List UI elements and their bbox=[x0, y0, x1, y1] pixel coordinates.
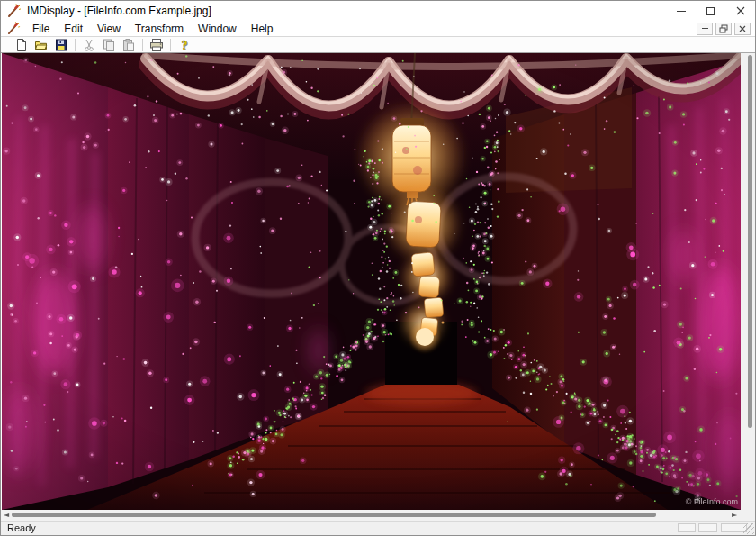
maximize-button[interactable] bbox=[696, 1, 725, 21]
paste-clipboard-icon bbox=[122, 38, 136, 52]
vertical-scrollbar-thumb[interactable] bbox=[748, 55, 752, 428]
horizontal-scrollbar-thumb[interactable] bbox=[12, 513, 656, 517]
resize-grip[interactable] bbox=[743, 523, 754, 534]
maximize-icon bbox=[706, 7, 715, 15]
mdi-restore-button[interactable] bbox=[716, 23, 732, 35]
mdi-minimize-icon bbox=[702, 28, 708, 29]
paste-button bbox=[120, 37, 138, 52]
help-button[interactable]: ? ? bbox=[176, 37, 194, 52]
menu-bar: File Edit View Transform Window Help bbox=[1, 21, 755, 36]
copy-pages-icon bbox=[102, 38, 116, 52]
minimize-icon bbox=[677, 11, 686, 12]
print-button[interactable] bbox=[148, 37, 166, 52]
mdi-close-button[interactable] bbox=[734, 23, 751, 35]
close-button[interactable] bbox=[725, 1, 755, 21]
horizontal-scrollbar[interactable]: ◄ ► bbox=[1, 510, 741, 521]
toolbar-separator bbox=[75, 39, 76, 51]
toolbar-separator bbox=[170, 39, 171, 51]
window-title: IMDisplay - [FileInfo.com Example.jpg] bbox=[27, 5, 212, 17]
scroll-left-icon[interactable]: ◄ bbox=[2, 510, 11, 521]
menu-item-transform[interactable]: Transform bbox=[128, 22, 191, 36]
caption-buttons bbox=[666, 1, 755, 21]
status-text: Ready bbox=[7, 522, 36, 533]
scrollbar-corner bbox=[741, 510, 755, 521]
cut-scissors-icon bbox=[82, 38, 96, 52]
close-icon bbox=[736, 6, 745, 15]
save-button[interactable] bbox=[52, 37, 70, 52]
status-pane-1 bbox=[678, 523, 696, 532]
help-question-icon: ? ? bbox=[177, 38, 192, 52]
imdisplay-window: IMDisplay - [FileInfo.com Example.jpg] F… bbox=[0, 0, 756, 536]
menu-item-file[interactable]: File bbox=[25, 22, 57, 36]
image-viewport[interactable]: © FileInfo.com bbox=[2, 53, 741, 510]
menu-item-view[interactable]: View bbox=[90, 22, 128, 36]
photo-illustration bbox=[2, 53, 741, 510]
mdi-restore-icon bbox=[719, 24, 728, 33]
save-floppy-icon bbox=[54, 38, 68, 52]
vertical-scrollbar[interactable] bbox=[741, 53, 755, 510]
print-icon bbox=[149, 38, 164, 52]
title-bar[interactable]: IMDisplay - [FileInfo.com Example.jpg] bbox=[1, 1, 755, 21]
minimize-button[interactable] bbox=[666, 1, 696, 21]
new-button[interactable] bbox=[13, 37, 31, 52]
menu-item-window[interactable]: Window bbox=[191, 22, 244, 36]
cut-button bbox=[80, 37, 98, 52]
menu-item-edit[interactable]: Edit bbox=[57, 22, 90, 36]
copy-button bbox=[100, 37, 118, 52]
status-pane-2 bbox=[698, 523, 717, 532]
menu-item-help[interactable]: Help bbox=[244, 22, 281, 36]
new-document-icon bbox=[14, 38, 29, 52]
mdi-controls bbox=[697, 23, 751, 35]
watermark: © FileInfo.com bbox=[686, 497, 738, 506]
toolbar: ? ? bbox=[1, 36, 755, 53]
scroll-right-icon[interactable]: ► bbox=[730, 510, 739, 521]
open-folder-icon bbox=[34, 38, 49, 52]
svg-text:?: ? bbox=[182, 39, 188, 52]
mdi-minimize-button[interactable] bbox=[697, 23, 713, 35]
document-wand-icon bbox=[7, 22, 21, 35]
open-button[interactable] bbox=[32, 37, 50, 52]
mdi-close-icon bbox=[739, 25, 746, 32]
toolbar-separator bbox=[142, 39, 143, 51]
app-wand-icon bbox=[7, 4, 22, 18]
status-bar: Ready bbox=[1, 521, 755, 535]
